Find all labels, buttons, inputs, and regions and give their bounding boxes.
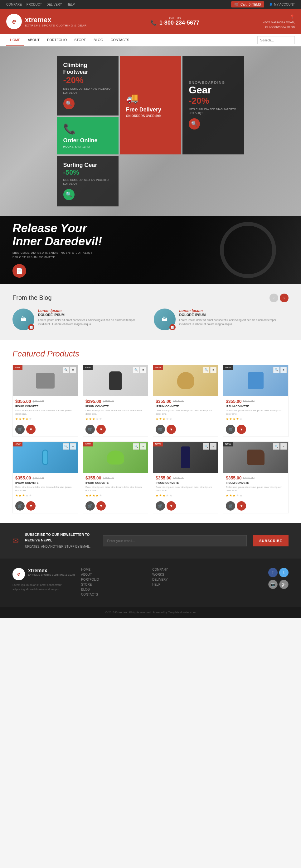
product-zoom-7[interactable]: 🔍 <box>203 443 209 450</box>
product-card-2: NEW 🔍 ≡ $295.00 $400.00 IPSUM CONVETE Do… <box>83 365 148 437</box>
product-list-5[interactable]: ≡ <box>70 443 76 450</box>
add-to-cart-8[interactable]: 🛒 <box>226 501 235 510</box>
star-1: ★ <box>226 494 229 497</box>
footer-brand-sub: EXTREME SPORTS CLOTHING & GEAR <box>28 574 75 576</box>
footer: e xtremex EXTREME SPORTS CLOTHING & GEAR… <box>0 559 301 607</box>
product-zoom-5[interactable]: 🔍 <box>63 443 69 450</box>
add-to-cart-2[interactable]: 🛒 <box>85 425 95 434</box>
product-desc-3: Dolor sine ipsum dolor sine ipsum dolor … <box>156 409 216 415</box>
star-5: ★ <box>99 417 102 421</box>
add-to-wishlist-4[interactable]: ♥ <box>237 425 246 434</box>
surfing-title: Surfing Gear <box>63 162 112 168</box>
delivery-link[interactable]: DELIVERY <box>47 3 62 6</box>
add-to-wishlist-8[interactable]: ♥ <box>237 501 246 510</box>
product-list-4[interactable]: ≡ <box>280 367 286 373</box>
blog-next-button[interactable]: › <box>280 293 289 302</box>
product-badge-1: NEW <box>13 365 23 370</box>
product-zoom-3[interactable]: 🔍 <box>203 367 209 373</box>
product-list-8[interactable]: ≡ <box>280 443 286 450</box>
product-image-5: NEW 🔍 ≡ <box>13 442 78 473</box>
add-to-cart-5[interactable]: 🛒 <box>15 501 25 510</box>
footer-link-help[interactable]: HELP <box>152 583 217 586</box>
blog-posts: 🏔 📄 Lorem Ipsum DOLORE IPSUM Lorem ipsum… <box>12 309 289 330</box>
add-to-cart-7[interactable]: 🛒 <box>156 501 165 510</box>
add-to-wishlist-3[interactable]: ♥ <box>167 425 176 434</box>
climbing-search-btn[interactable]: 🔍 <box>63 98 75 109</box>
newsletter-bold: SUBSCRIBE TO OUR NEWSLETTER TO RECEIVE N… <box>25 532 97 543</box>
compare-link[interactable]: COMPARE <box>6 3 22 6</box>
product-stars-3: ★★★★★ <box>156 417 216 421</box>
nav-portfolio[interactable]: PORTFOLIO <box>43 34 71 46</box>
footer-link-delivery[interactable]: DELIVERY <box>152 578 217 581</box>
product-list-6[interactable]: ≡ <box>140 443 146 450</box>
nav-about[interactable]: ABOUT <box>24 34 43 46</box>
product-zoom-6[interactable]: 🔍 <box>133 443 139 450</box>
help-link[interactable]: HELP <box>67 3 75 6</box>
hero-grid: Climbing Footwear -20% MES CUML DIA SED … <box>57 56 244 207</box>
add-to-cart-1[interactable]: 🛒 <box>15 425 25 434</box>
product-image-4: NEW 🔍 ≡ <box>223 365 288 396</box>
header-address: 📍 45/78 MANNORA ROAD, GLASGOW G04 9X GB <box>263 13 295 29</box>
footer-link-contacts[interactable]: CONTACTS <box>81 593 146 596</box>
product-old-price-8: $466.00 <box>243 476 254 480</box>
product-list-7[interactable]: ≡ <box>210 443 217 450</box>
footer-link-store[interactable]: STORE <box>81 583 146 586</box>
add-to-wishlist-7[interactable]: ♥ <box>167 501 176 510</box>
footer-link-about[interactable]: ABOUT <box>81 573 146 576</box>
add-to-wishlist-6[interactable]: ♥ <box>97 501 106 510</box>
blog-prev-button[interactable]: ‹ <box>270 293 278 302</box>
product-title-5: IPSUM CONVETE <box>15 481 75 485</box>
address-line2: GLASGOW G04 9X GB <box>263 25 295 29</box>
blog-img-icon-1: 🏔 <box>21 316 26 322</box>
footer-link-home[interactable]: HOME <box>81 568 146 571</box>
delivery-icon: 🚚 <box>126 92 175 104</box>
add-to-cart-4[interactable]: 🛒 <box>226 425 235 434</box>
add-to-wishlist-2[interactable]: ♥ <box>97 425 106 434</box>
product-list-3[interactable]: ≡ <box>210 367 217 373</box>
instagram-icon[interactable]: 📷 <box>268 580 278 589</box>
product-old-price-4: $466.00 <box>243 399 254 403</box>
product-zoom-1[interactable]: 🔍 <box>63 367 69 373</box>
footer-link-company[interactable]: COMPANY <box>152 568 217 571</box>
product-desc-4: Dolor sine ipsum dolor sine ipsum dolor … <box>226 409 286 415</box>
product-zoom-8[interactable]: 🔍 <box>273 443 279 450</box>
twitter-icon[interactable]: t <box>279 568 289 577</box>
nav-blog[interactable]: BLOG <box>90 34 107 46</box>
read-more-button[interactable]: 📄 <box>12 264 26 278</box>
blog-post-2: 🏔 📄 Lorem Ipsum DOLORE IPSUM Lorem ipsum… <box>154 309 289 330</box>
add-to-wishlist-5[interactable]: ♥ <box>26 501 35 510</box>
add-to-cart-3[interactable]: 🛒 <box>156 425 165 434</box>
product-price-line-8: $355.00 $466.00 <box>226 475 286 480</box>
footer-link-works[interactable]: WORKS <box>152 573 217 576</box>
googleplus-icon[interactable]: g+ <box>279 580 289 589</box>
add-to-cart-6[interactable]: 🛒 <box>85 501 95 510</box>
product-list-2[interactable]: ≡ <box>140 367 146 373</box>
snowboard-search-btn[interactable]: 🔍 <box>189 118 200 129</box>
products-grid: NEW 🔍 ≡ $355.00 $466.00 IPSUM CONVETE Do… <box>12 365 289 514</box>
product-zoom-4[interactable]: 🔍 <box>273 367 279 373</box>
blog-header: From the Blog ‹ › <box>12 293 289 302</box>
contact-label: CALL US <box>150 17 199 20</box>
search-input[interactable] <box>257 36 295 44</box>
footer-link-blog[interactable]: BLOG <box>81 588 146 591</box>
product-link[interactable]: PRODUCT <box>27 3 42 6</box>
facebook-icon[interactable]: f <box>268 568 278 577</box>
cart-button[interactable]: 🛒 Cart: 0 ITEMS <box>231 1 264 7</box>
product-image-3: NEW 🔍 ≡ <box>153 365 218 396</box>
newsletter-email-input[interactable] <box>103 535 247 547</box>
star-1: ★ <box>156 494 159 497</box>
product-buttons-5: 🛒 ♥ <box>13 501 78 513</box>
footer-logo-circle: e <box>12 568 25 580</box>
nav-contacts[interactable]: CONTACTS <box>107 34 133 46</box>
nav-home[interactable]: HOME <box>6 34 24 46</box>
product-info-3: $355.00 $466.00 IPSUM CONVETE Dolor sine… <box>153 396 218 425</box>
add-to-wishlist-1[interactable]: ♥ <box>26 425 35 434</box>
footer-link-portfolio[interactable]: PORTFOLIO <box>81 578 146 581</box>
product-list-1[interactable]: ≡ <box>70 367 76 373</box>
account-button[interactable]: 👤 MY ACCOUNT <box>269 3 295 6</box>
surfing-search-btn[interactable]: 🔍 <box>63 189 75 200</box>
nav-store[interactable]: STORE <box>71 34 90 46</box>
subscribe-button[interactable]: SUBSCRIBE <box>253 535 289 547</box>
product-title-6: IPSUM CONVETE <box>85 481 145 485</box>
product-zoom-2[interactable]: 🔍 <box>133 367 139 373</box>
